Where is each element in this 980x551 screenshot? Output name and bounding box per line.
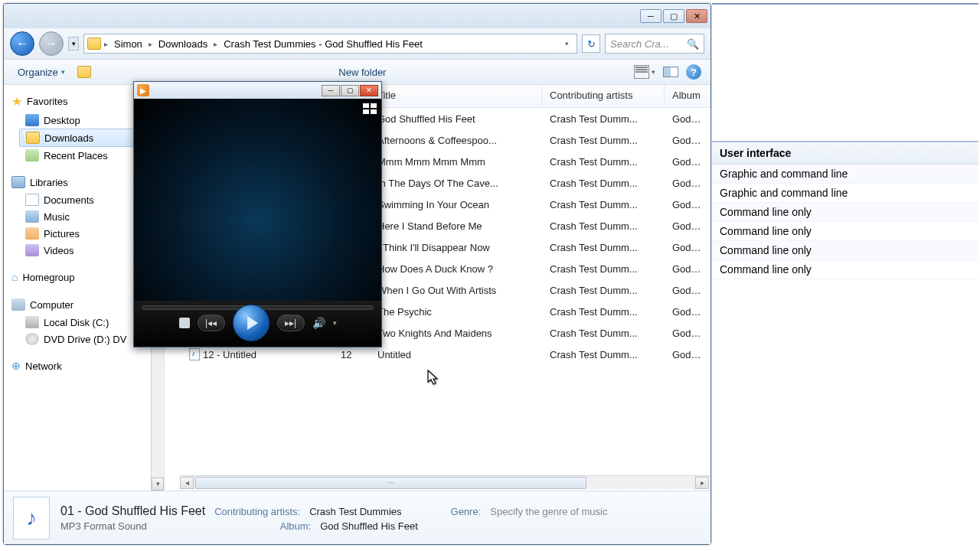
wmp-titlebar[interactable]: ▶ ─ ▢ ✕ <box>134 82 381 99</box>
playback-controls: |◂◂ ▸▸| 🔊 ▾ <box>134 301 381 347</box>
network-section[interactable]: ⊕Network <box>4 357 164 375</box>
right-panel-row: Graphic and command line <box>712 165 978 184</box>
search-icon: 🔍 <box>687 38 699 50</box>
horizontal-scrollbar[interactable]: ◂ ··· ▸ <box>180 475 709 489</box>
wmp-minimize-button[interactable]: ─ <box>322 85 340 96</box>
close-button[interactable]: ✕ <box>686 9 707 23</box>
new-folder-button[interactable]: New folder <box>334 64 390 80</box>
view-button[interactable]: ▾ <box>634 65 655 79</box>
wmp-logo-icon: ▶ <box>137 84 149 96</box>
nav-history-dropdown[interactable]: ▾ <box>68 37 79 51</box>
right-panel: User interface Graphic and command lineG… <box>712 3 978 545</box>
search-placeholder: Search Cra... <box>610 38 669 50</box>
right-panel-row: Command line only <box>712 222 978 241</box>
volume-icon[interactable]: 🔊 <box>312 317 325 329</box>
file-type-icon: ♪ <box>13 497 50 540</box>
titlebar: ─ ▢ ✕ <box>4 4 710 28</box>
details-file-title: 01 - God Shuffled His Feet <box>60 504 205 518</box>
visualization-area <box>134 99 381 301</box>
details-pane: ♪ 01 - God Shuffled His Feet Contributin… <box>4 491 710 544</box>
search-input[interactable]: Search Cra... 🔍 <box>605 34 704 54</box>
media-player-window: ▶ ─ ▢ ✕ |◂◂ ▸▸| 🔊 ▾ <box>133 81 382 347</box>
previous-button[interactable]: |◂◂ <box>198 315 225 331</box>
forward-button[interactable]: → <box>39 31 64 56</box>
col-album[interactable]: Album <box>665 85 710 107</box>
switch-to-library-icon[interactable] <box>363 103 377 114</box>
minimize-button[interactable]: ─ <box>640 9 662 23</box>
wmp-close-button[interactable]: ✕ <box>360 85 378 96</box>
back-button[interactable]: ← <box>10 31 34 56</box>
preview-pane-button[interactable] <box>663 67 678 77</box>
wmp-maximize-button[interactable]: ▢ <box>341 85 359 96</box>
stop-button[interactable] <box>179 318 190 328</box>
right-panel-row: Command line only <box>712 203 978 222</box>
mp3-icon <box>189 348 200 360</box>
refresh-button[interactable]: ↻ <box>582 34 600 53</box>
help-button[interactable]: ? <box>686 64 701 80</box>
volume-dropdown[interactable]: ▾ <box>333 319 337 327</box>
breadcrumb[interactable]: Simon <box>111 37 145 51</box>
organize-button[interactable]: Organize▾ <box>13 64 70 80</box>
right-panel-row: Graphic and command line <box>712 184 978 203</box>
col-title[interactable]: Title <box>370 85 542 107</box>
address-bar[interactable]: ▸ Simon ▸ Downloads ▸ Crash Test Dummies… <box>83 34 577 54</box>
col-artists[interactable]: Contributing artists <box>542 85 665 107</box>
breadcrumb[interactable]: Crash Test Dummies - God Shuffled His Fe… <box>220 37 426 51</box>
play-button[interactable] <box>233 305 270 341</box>
folder-icon <box>87 37 101 50</box>
sidebar-item-downloads[interactable]: Downloads <box>19 129 152 147</box>
open-icon[interactable] <box>77 66 91 78</box>
breadcrumb[interactable]: Downloads <box>155 37 211 51</box>
right-panel-header: User interface <box>712 141 978 165</box>
navbar: ← → ▾ ▸ Simon ▸ Downloads ▸ Crash Test D… <box>4 28 710 59</box>
maximize-button[interactable]: ▢ <box>663 9 684 23</box>
next-button[interactable]: ▸▸| <box>277 315 305 331</box>
right-panel-row: Command line only <box>712 260 978 279</box>
right-panel-row: Command line only <box>712 241 978 260</box>
